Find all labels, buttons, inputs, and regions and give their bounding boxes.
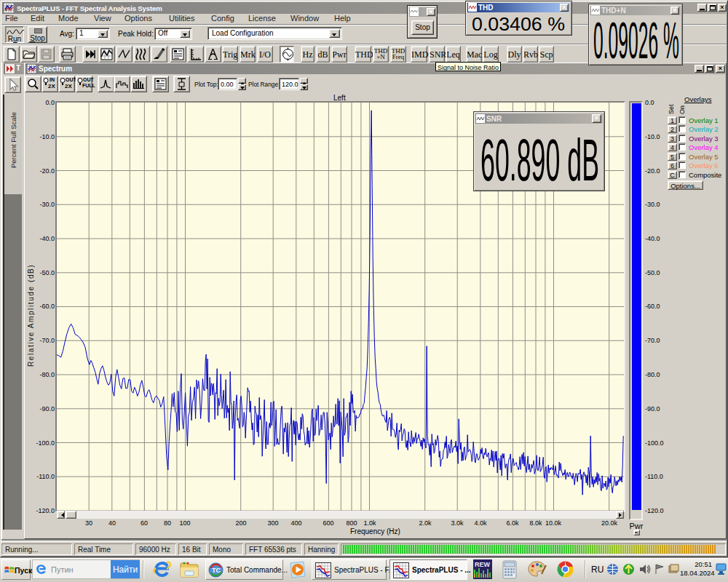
- svg-text:0.09026 %: 0.09026 %: [593, 17, 679, 65]
- svg-text:0.03406 %: 0.03406 %: [472, 13, 565, 35]
- svg-text:TC: TC: [212, 567, 221, 574]
- svg-text:60.890 dB: 60.890 dB: [480, 127, 599, 191]
- svg-text:REW: REW: [475, 561, 491, 568]
